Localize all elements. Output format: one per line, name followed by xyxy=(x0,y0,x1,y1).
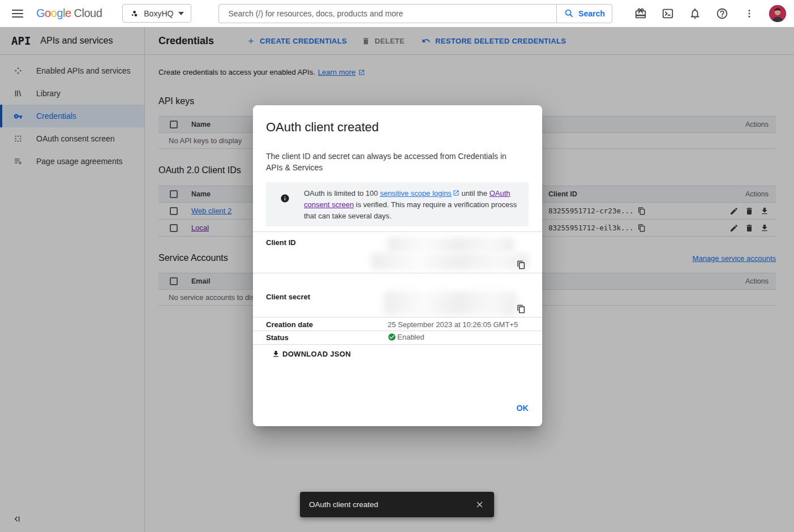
creation-date-value: 25 September 2023 at 10:26:05 GMT+5 xyxy=(388,320,518,329)
download-json-button[interactable]: DOWNLOAD JSON xyxy=(272,350,351,358)
search-icon xyxy=(564,8,574,18)
screen: Google Cloud BoxyHQ Search xyxy=(0,0,794,532)
client-secret-label: Client secret xyxy=(266,293,310,301)
gift-icon[interactable] xyxy=(633,6,648,21)
download-row: DOWNLOAD JSON xyxy=(253,344,542,377)
creation-date-label: Creation date xyxy=(266,320,313,329)
topbar: Google Cloud BoxyHQ Search xyxy=(0,0,794,27)
client-secret-redacted-value xyxy=(384,291,517,315)
dialog-description: The client ID and secret can always be a… xyxy=(266,151,521,173)
help-icon[interactable] xyxy=(715,6,729,21)
status-badge: Enabled xyxy=(388,333,424,341)
notice-text: OAuth is limited to 100 sensitive scope … xyxy=(304,188,518,226)
client-id-redacted-value xyxy=(371,253,529,270)
status-row: Status Enabled xyxy=(253,331,542,344)
more-vertical-icon[interactable] xyxy=(742,6,757,21)
menu-icon[interactable] xyxy=(12,10,23,18)
project-selector[interactable]: BoxyHQ xyxy=(122,4,191,23)
project-icon xyxy=(130,9,139,18)
sensitive-scope-logins-link[interactable]: sensitive scope logins xyxy=(380,189,451,198)
creation-date-row: Creation date 25 September 2023 at 10:26… xyxy=(253,317,542,331)
dialog-title: OAuth client created xyxy=(266,120,379,135)
client-id-redacted-value xyxy=(387,237,514,252)
oauth-client-created-dialog: OAuth client created The client ID and s… xyxy=(253,105,542,426)
notice-banner: OAuth is limited to 100 sensitive scope … xyxy=(266,182,529,226)
google-cloud-logo: Google Cloud xyxy=(36,7,102,20)
copy-icon[interactable] xyxy=(517,260,526,271)
topbar-actions xyxy=(633,5,786,22)
chevron-down-icon xyxy=(178,12,184,15)
cloud-wordmark: Cloud xyxy=(74,7,102,20)
client-secret-row: Client secret xyxy=(253,273,542,317)
notifications-icon[interactable] xyxy=(688,6,702,21)
download-icon xyxy=(272,350,280,358)
external-link-icon xyxy=(453,190,460,196)
dialog-fields: Client ID Client secret Creation date 25… xyxy=(253,231,542,377)
ok-button[interactable]: OK xyxy=(516,404,529,413)
client-id-label: Client ID xyxy=(266,238,296,247)
project-name: BoxyHQ xyxy=(144,9,173,18)
client-id-row: Client ID xyxy=(253,231,542,273)
toast: OAuth client created xyxy=(300,492,494,517)
avatar[interactable] xyxy=(769,5,786,22)
info-icon xyxy=(280,194,290,226)
google-wordmark: Google xyxy=(36,7,71,20)
search-button[interactable]: Search xyxy=(556,4,612,23)
cloud-shell-icon[interactable] xyxy=(660,6,675,21)
toast-message: OAuth client created xyxy=(309,500,473,509)
check-circle-icon xyxy=(388,333,396,341)
status-label: Status xyxy=(266,333,289,342)
copy-icon[interactable] xyxy=(517,304,526,315)
global-search: Search xyxy=(218,4,612,23)
close-icon[interactable] xyxy=(473,498,486,511)
search-input[interactable] xyxy=(218,4,556,23)
